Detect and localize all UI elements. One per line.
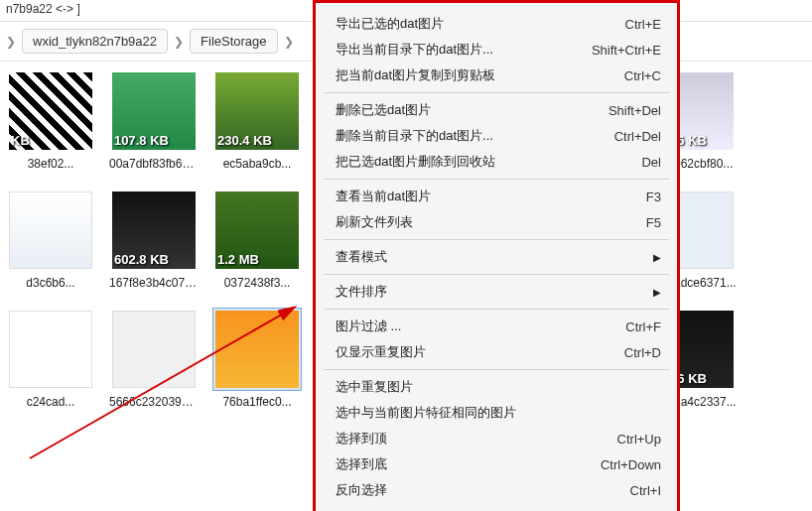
menu-item-label: 图片过滤 ...: [336, 318, 401, 335]
menu-shortcut: Ctrl+D: [624, 345, 661, 360]
file-thumb[interactable]: 602.8 KB 167f8e3b4c07223...: [109, 189, 199, 290]
menu-item[interactable]: 删除当前目录下的dat图片...Ctrl+Del: [316, 123, 677, 149]
file-size: KB: [11, 133, 30, 148]
file-size: 230.4 KB: [217, 133, 272, 148]
menu-shortcut: Ctrl+F: [625, 319, 661, 334]
menu-item[interactable]: 导出当前目录下的dat图片...Shift+Ctrl+E: [316, 37, 677, 63]
chevron-right-icon: ❯: [284, 35, 294, 49]
menu-item[interactable]: 仅显示重复图片Ctrl+D: [316, 339, 677, 365]
context-menu: 导出已选的dat图片Ctrl+E导出当前目录下的dat图片...Shift+Ct…: [313, 0, 680, 511]
menu-item-label: 选择到底: [336, 455, 387, 473]
menu-item[interactable]: 把已选dat图片删除到回收站Del: [316, 149, 677, 175]
file-thumb[interactable]: 107.8 KB 00a7dbf83fb6515...: [109, 69, 199, 171]
submenu-arrow-icon: ▶: [653, 252, 661, 263]
file-size: 1.2 MB: [217, 252, 259, 267]
menu-item-label: 刷新文件列表: [336, 213, 413, 231]
menu-item-label: 导出当前目录下的dat图片...: [336, 41, 493, 59]
file-thumb[interactable]: KB 38ef02...: [6, 69, 95, 171]
menu-item-label: 查看当前dat图片: [336, 188, 431, 205]
menu-separator: [324, 274, 669, 275]
breadcrumb-item-1[interactable]: wxid_tlykn82n7b9a22: [22, 29, 168, 54]
menu-item[interactable]: 选择到顶Ctrl+Up: [316, 426, 677, 451]
menu-item-label: 导出已选的dat图片: [336, 15, 444, 33]
menu-shortcut: Shift+Ctrl+E: [592, 43, 661, 58]
menu-item-label: 把当前dat图片复制到剪贴板: [336, 66, 495, 84]
menu-item[interactable]: 选中与当前图片特征相同的图片: [316, 400, 677, 426]
menu-separator: [324, 92, 669, 93]
menu-shortcut: Ctrl+E: [625, 17, 661, 32]
file-thumb[interactable]: c24cad...: [6, 308, 95, 409]
file-size: 107.8 KB: [114, 133, 169, 148]
menu-item-label: 选中与当前图片特征相同的图片: [336, 404, 516, 422]
file-thumb[interactable]: 5666c23203989a...: [109, 308, 199, 409]
menu-item[interactable]: 图片过滤 ...Ctrl+F: [316, 314, 677, 339]
menu-shortcut: F5: [646, 215, 661, 230]
menu-separator: [324, 369, 669, 370]
file-name: 0372438f3...: [212, 276, 302, 290]
menu-item[interactable]: 导出已选的dat图片Ctrl+E: [316, 11, 677, 37]
menu-item-label: 查看模式: [336, 248, 387, 266]
menu-item-label: 反向选择: [336, 481, 387, 499]
menu-shortcut: Del: [641, 155, 661, 170]
menu-item[interactable]: 刷新文件列表F5: [316, 209, 677, 235]
menu-item-label: 选择到顶: [336, 430, 387, 447]
file-name: 5666c23203989a...: [109, 395, 199, 409]
file-thumb[interactable]: 230.4 KB ec5aba9cb...: [212, 69, 302, 171]
breadcrumb-item-2[interactable]: FileStorage: [190, 29, 277, 54]
chevron-right-icon: ❯: [174, 35, 184, 49]
menu-separator: [324, 239, 669, 240]
chevron-right-icon: ❯: [6, 35, 16, 49]
menu-item[interactable]: 反向选择Ctrl+I: [316, 477, 677, 503]
menu-shortcut: Ctrl+I: [630, 483, 661, 498]
menu-item-label: 仅显示重复图片: [336, 343, 426, 361]
file-thumb[interactable]: d3c6b6...: [6, 189, 95, 290]
menu-item-label: 删除已选dat图片: [336, 101, 431, 119]
menu-item[interactable]: 查看模式▶: [316, 244, 677, 270]
menu-shortcut: Ctrl+Down: [601, 457, 661, 472]
menu-shortcut: Ctrl+C: [624, 68, 661, 83]
file-name: d3c6b6...: [6, 276, 95, 290]
menu-item-label: 把已选dat图片删除到回收站: [336, 153, 495, 171]
file-name: c24cad...: [6, 395, 95, 409]
file-name: 00a7dbf83fb6515...: [109, 157, 199, 171]
file-name: 38ef02...: [6, 157, 95, 171]
menu-separator: [324, 309, 669, 310]
file-thumb[interactable]: 76ba1ffec0...: [212, 308, 302, 409]
file-size: 602.8 KB: [114, 252, 169, 267]
menu-item[interactable]: 文件排序▶: [316, 279, 677, 305]
file-name: ec5aba9cb...: [212, 157, 302, 171]
menu-shortcut: Ctrl+Up: [617, 432, 661, 447]
menu-item[interactable]: 选中重复图片: [316, 374, 677, 400]
menu-item-label: 选中重复图片: [336, 378, 413, 396]
menu-item[interactable]: 选择到底Ctrl+Down: [316, 451, 677, 477]
menu-shortcut: Ctrl+Del: [614, 129, 661, 144]
menu-item-label: 文件排序: [336, 283, 387, 301]
menu-separator: [324, 179, 669, 180]
file-name: 76ba1ffec0...: [212, 395, 302, 409]
menu-item[interactable]: 查看当前dat图片F3: [316, 184, 677, 209]
submenu-arrow-icon: ▶: [653, 287, 661, 298]
menu-item-label: 删除当前目录下的dat图片...: [336, 127, 493, 145]
menu-shortcut: Shift+Del: [609, 103, 661, 118]
file-name: 167f8e3b4c07223...: [109, 276, 199, 290]
menu-shortcut: F3: [646, 190, 661, 204]
menu-item[interactable]: 删除已选dat图片Shift+Del: [316, 97, 677, 123]
menu-item[interactable]: 把当前dat图片复制到剪贴板Ctrl+C: [316, 63, 677, 88]
file-thumb[interactable]: 1.2 MB 0372438f3...: [212, 189, 302, 290]
